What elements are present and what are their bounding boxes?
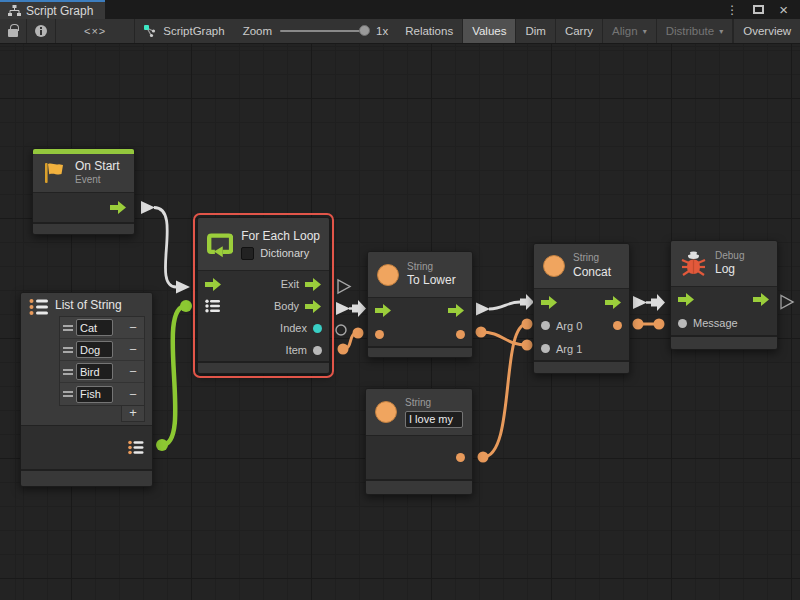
remove-item-button[interactable]: − <box>125 343 141 356</box>
list-output-port[interactable] <box>128 440 145 455</box>
message-input-port[interactable] <box>678 319 687 328</box>
list-item-input[interactable] <box>76 319 113 336</box>
list-item-input[interactable] <box>76 341 113 358</box>
info-icon <box>35 25 47 37</box>
flow-in-connector[interactable] <box>176 281 190 294</box>
node-header[interactable]: Debug Log <box>671 241 777 287</box>
close-icon[interactable]: × <box>779 2 788 17</box>
flow-out-connector[interactable] <box>476 303 490 316</box>
graph-breadcrumb[interactable]: ScriptGraph <box>135 19 234 43</box>
flow-input-port[interactable] <box>205 278 222 291</box>
node-header[interactable]: String <box>366 389 472 436</box>
arg0-input-port[interactable] <box>541 321 550 330</box>
node-header[interactable]: On Start Event <box>33 154 134 193</box>
node-list-of-string[interactable]: List of String − − <box>20 292 153 487</box>
flow-input-port[interactable] <box>678 293 695 306</box>
index-output-port[interactable] <box>313 324 322 333</box>
zoom-control: Zoom 1x <box>235 19 397 43</box>
value-in-connector[interactable] <box>522 340 533 351</box>
list-input-port[interactable] <box>205 299 221 313</box>
flow-input-port[interactable] <box>375 304 392 317</box>
value-out-connector[interactable] <box>633 319 644 330</box>
string-output-port[interactable] <box>456 453 465 462</box>
string-output-port[interactable] <box>613 321 622 330</box>
wire-onstart-to-foreach[interactable] <box>154 208 176 288</box>
add-item-button[interactable]: + <box>121 406 145 422</box>
string-input-port[interactable] <box>375 330 384 339</box>
node-on-start[interactable]: On Start Event <box>32 148 135 235</box>
wire-tolower-to-concat[interactable] <box>489 302 520 309</box>
flow-out-connector[interactable] <box>336 302 350 315</box>
index-unconnected-circle[interactable] <box>336 325 346 335</box>
values-button[interactable]: Values <box>463 19 516 43</box>
list-out-connector[interactable] <box>156 439 168 451</box>
wire-list-to-foreach[interactable] <box>162 306 186 445</box>
align-button[interactable]: Align ▾ <box>603 19 657 43</box>
list-item-input[interactable] <box>76 363 113 380</box>
node-string-literal[interactable]: String <box>365 388 473 495</box>
distribute-button[interactable]: Distribute ▾ <box>657 19 734 43</box>
node-subtitle: String <box>405 397 463 410</box>
flow-in-connector[interactable] <box>352 300 366 317</box>
drag-handle-icon[interactable] <box>63 345 73 355</box>
string-value-input[interactable] <box>405 411 463 428</box>
node-header[interactable]: List of String − − <box>21 293 152 426</box>
zoom-slider-knob[interactable] <box>359 25 370 36</box>
tab-script-graph[interactable]: Script Graph <box>0 0 105 19</box>
value-out-connector[interactable] <box>478 452 489 463</box>
flow-output-port[interactable] <box>753 293 770 306</box>
string-output-port[interactable] <box>456 330 465 339</box>
chevron-down-icon: ▾ <box>643 27 647 36</box>
node-header[interactable]: String To Lower <box>368 252 472 298</box>
remove-item-button[interactable]: − <box>125 321 141 334</box>
zoom-slider[interactable] <box>280 30 368 32</box>
wire-tolower-to-arg1[interactable] <box>481 332 527 345</box>
value-in-connector[interactable] <box>353 328 364 339</box>
flow-out-connector[interactable] <box>141 201 155 214</box>
flow-in-connector[interactable] <box>651 294 665 311</box>
node-header[interactable]: For Each Loop Dictionary <box>198 218 329 271</box>
inspect-button[interactable] <box>27 19 56 43</box>
relations-button[interactable]: Relations <box>396 19 463 43</box>
graph-canvas[interactable]: On Start Event <box>0 44 800 600</box>
preview-code-button[interactable]: <×> <box>56 19 135 43</box>
flow-output-port[interactable] <box>605 296 622 309</box>
lock-icon <box>8 29 18 37</box>
flow-in-connector[interactable] <box>520 294 534 310</box>
log-out-unconnected-triangle[interactable] <box>781 296 793 309</box>
value-in-connector[interactable] <box>654 319 665 330</box>
remove-item-button[interactable]: − <box>125 388 141 401</box>
maximize-icon[interactable] <box>753 5 764 14</box>
item-output-port[interactable] <box>313 346 322 355</box>
flow-output-port[interactable] <box>448 304 465 317</box>
lock-button[interactable] <box>0 19 27 43</box>
value-out-connector[interactable] <box>476 327 487 338</box>
dictionary-checkbox[interactable] <box>241 247 254 260</box>
drag-handle-icon[interactable] <box>63 389 73 399</box>
dim-button[interactable]: Dim <box>516 19 555 43</box>
flow-output-port[interactable] <box>305 300 322 313</box>
node-for-each-loop[interactable]: For Each Loop Dictionary Exit <box>197 217 330 374</box>
flow-output-port[interactable] <box>305 278 322 291</box>
flow-input-port[interactable] <box>541 296 558 309</box>
node-header[interactable]: String Concat <box>534 244 629 289</box>
list-editor: − − − <box>59 316 145 406</box>
flow-out-connector[interactable] <box>633 296 647 309</box>
remove-item-button[interactable]: − <box>125 365 141 378</box>
list-item-input[interactable] <box>76 386 113 403</box>
drag-handle-icon[interactable] <box>63 323 73 333</box>
value-out-connector[interactable] <box>338 344 349 355</box>
list-in-connector[interactable] <box>180 300 192 312</box>
node-to-lower[interactable]: String To Lower <box>367 251 473 358</box>
exit-unconnected-triangle[interactable] <box>338 280 350 293</box>
overview-button[interactable]: Overview <box>733 19 800 43</box>
flow-output-port[interactable] <box>110 201 127 214</box>
arg1-input-port[interactable] <box>541 344 550 353</box>
value-in-connector[interactable] <box>522 319 533 330</box>
chevron-down-icon: ▾ <box>719 27 723 36</box>
window-menu-icon[interactable]: ⋮ <box>726 4 738 16</box>
drag-handle-icon[interactable] <box>63 367 73 377</box>
node-concat[interactable]: String Concat Arg 0 <box>533 243 630 374</box>
carry-button[interactable]: Carry <box>556 19 603 43</box>
node-debug-log[interactable]: Debug Log Message <box>670 240 778 350</box>
